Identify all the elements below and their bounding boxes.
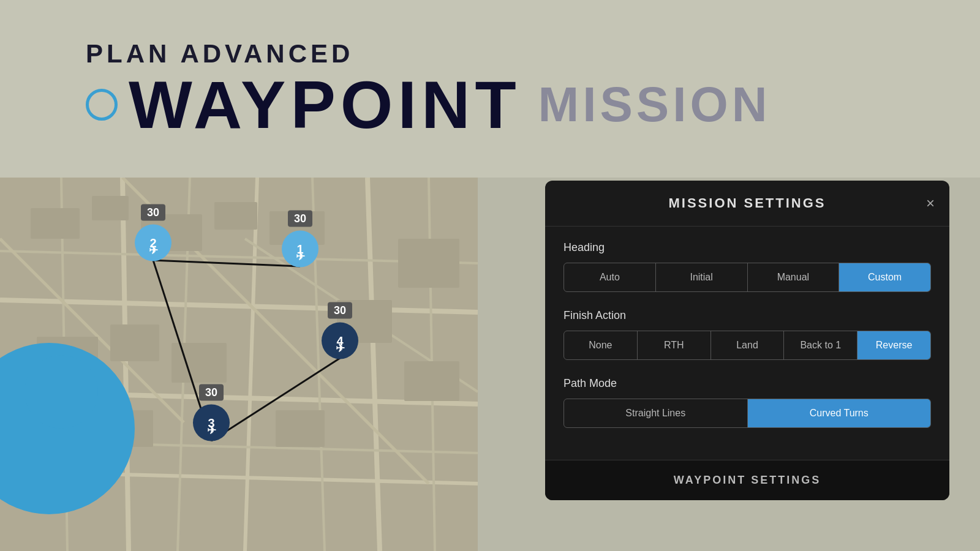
heading-btn-group: Auto Initial Manual Custom <box>564 263 931 292</box>
waypoint-3-pin: 3 ✈ <box>193 405 230 441</box>
heading-auto-button[interactable]: Auto <box>564 263 656 291</box>
svg-rect-17 <box>92 196 129 220</box>
panel-content: Heading Auto Initial Manual Custom Finis… <box>545 227 949 460</box>
finish-action-group: Finish Action None RTH Land Back to 1 Re… <box>564 309 931 360</box>
header-title-row: WAYPOINT MISSION <box>86 71 980 138</box>
waypoint-4-number: 4 <box>336 334 343 348</box>
path-straight-button[interactable]: Straight Lines <box>564 399 748 427</box>
finish-action-btn-group: None RTH Land Back to 1 Reverse <box>564 331 931 360</box>
waypoint-1-number: 1 <box>296 242 303 256</box>
heading-manual-button[interactable]: Manual <box>748 263 840 291</box>
waypoint-2[interactable]: 30 2 ✈ <box>135 204 172 261</box>
map-area: 30 1 ✈ 30 2 ✈ 30 3 ✈ 30 4 ✈ <box>0 178 478 551</box>
path-mode-btn-group: Straight Lines Curved Turns <box>564 399 931 428</box>
path-curved-button[interactable]: Curved Turns <box>748 399 931 427</box>
heading-label: Heading <box>564 241 931 254</box>
waypoint-4-pin: 4 ✈ <box>322 323 358 359</box>
waypoint-settings-footer[interactable]: WAYPOINT SETTINGS <box>545 460 949 500</box>
panel-title: MISSION SETTINGS <box>668 195 826 211</box>
waypoint-4[interactable]: 30 4 ✈ <box>322 302 358 359</box>
header-title-mission: MISSION <box>538 80 771 129</box>
svg-rect-28 <box>398 239 459 288</box>
waypoint-3-number: 3 <box>208 416 214 430</box>
mission-panel: MISSION SETTINGS × Heading Auto Initial … <box>545 181 949 500</box>
waypoint-2-pin: 2 ✈ <box>135 225 172 261</box>
waypoint-3-label: 30 <box>199 384 224 401</box>
svg-rect-26 <box>276 410 325 447</box>
path-mode-group: Path Mode Straight Lines Curved Turns <box>564 377 931 428</box>
blue-blob-small-decoration <box>24 355 98 429</box>
waypoint-settings-label: WAYPOINT SETTINGS <box>674 474 821 486</box>
finish-rth-button[interactable]: RTH <box>638 331 711 359</box>
svg-rect-22 <box>110 324 159 361</box>
header-title-main: WAYPOINT <box>129 71 521 138</box>
waypoint-2-number: 2 <box>149 236 156 250</box>
heading-group: Heading Auto Initial Manual Custom <box>564 241 931 292</box>
panel-header: MISSION SETTINGS × <box>545 181 949 227</box>
waypoint-1-label: 30 <box>288 211 312 227</box>
header: PLAN ADVANCED WAYPOINT MISSION <box>0 0 980 178</box>
svg-rect-29 <box>404 361 459 401</box>
waypoint-2-label: 30 <box>141 204 165 221</box>
header-subtitle: PLAN ADVANCED <box>86 39 980 69</box>
close-button[interactable]: × <box>926 196 935 211</box>
waypoint-3[interactable]: 30 3 ✈ <box>193 384 230 441</box>
svg-rect-16 <box>31 208 80 239</box>
waypoint-1[interactable]: 30 1 ✈ <box>282 211 318 268</box>
path-mode-label: Path Mode <box>564 377 931 390</box>
heading-custom-button[interactable]: Custom <box>839 263 930 291</box>
finish-none-button[interactable]: None <box>564 331 638 359</box>
finish-land-button[interactable]: Land <box>711 331 785 359</box>
waypoint-4-label: 30 <box>328 302 352 319</box>
waypoint-1-pin: 1 ✈ <box>282 231 318 268</box>
svg-rect-23 <box>172 343 227 383</box>
finish-backto1-button[interactable]: Back to 1 <box>784 331 858 359</box>
finish-action-label: Finish Action <box>564 309 931 322</box>
svg-rect-19 <box>214 202 257 230</box>
finish-reverse-button[interactable]: Reverse <box>858 331 930 359</box>
waypoint-circle-icon <box>86 89 118 121</box>
heading-initial-button[interactable]: Initial <box>656 263 748 291</box>
